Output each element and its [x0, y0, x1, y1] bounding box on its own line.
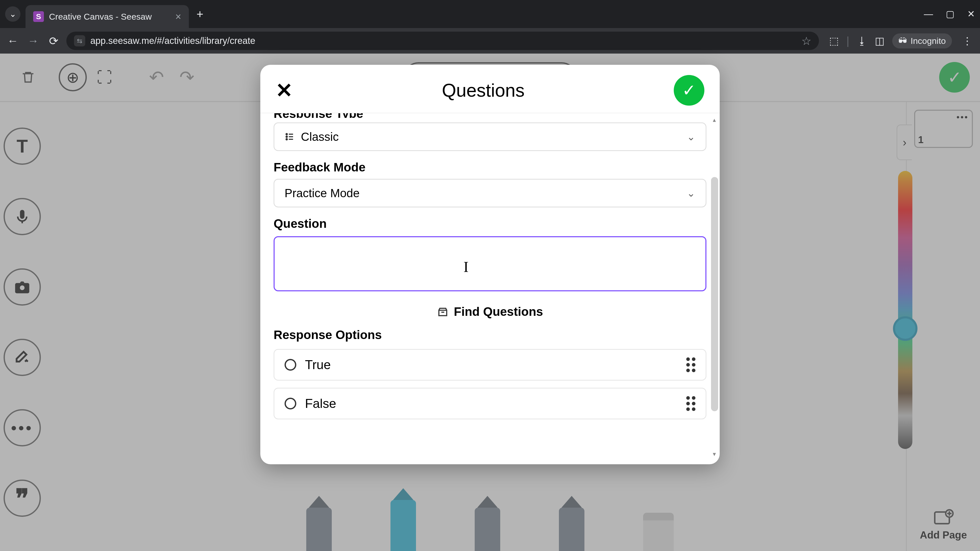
option-text: True	[305, 357, 331, 372]
response-option-row[interactable]: True	[274, 349, 706, 381]
browser-tab[interactable]: S Creative Canvas - Seesaw ×	[25, 5, 189, 28]
list-icon	[285, 132, 295, 142]
chevron-down-icon: ⌄	[687, 187, 695, 199]
chevron-down-icon: ⌄	[687, 131, 695, 143]
separator: |	[846, 35, 850, 47]
incognito-indicator[interactable]: 🕶 Incognito	[892, 33, 952, 48]
response-type-select[interactable]: Classic ⌄	[274, 122, 706, 151]
option-text: False	[305, 396, 336, 411]
side-panel-icon[interactable]: ◫	[875, 35, 885, 47]
incognito-label: Incognito	[911, 36, 946, 46]
find-questions-label: Find Questions	[454, 305, 543, 319]
minimize-icon[interactable]: —	[924, 9, 933, 19]
shop-icon	[437, 306, 449, 318]
response-type-label: Response Type	[274, 113, 706, 118]
feedback-mode-value: Practice Mode	[285, 186, 360, 200]
scrollbar-thumb[interactable]	[711, 177, 718, 411]
svg-point-10	[286, 139, 287, 140]
radio-icon[interactable]	[285, 359, 296, 371]
feedback-mode-label: Feedback Mode	[274, 160, 706, 174]
incognito-icon: 🕶	[898, 36, 907, 46]
reload-button[interactable]: ⟳	[46, 33, 61, 48]
close-window-icon[interactable]: ✕	[967, 9, 975, 19]
forward-button[interactable]: →	[25, 33, 41, 48]
close-modal-button[interactable]: ✕	[275, 79, 293, 102]
modal-scrollbar[interactable]: ▴ ▾	[711, 116, 718, 458]
drag-handle-icon[interactable]	[686, 357, 695, 372]
maximize-icon[interactable]: ▢	[946, 9, 955, 19]
confirm-modal-button[interactable]: ✓	[674, 75, 704, 106]
questions-modal: ✕ Questions ✓ Response Type Classic ⌄ Fe…	[260, 65, 720, 464]
feedback-mode-select[interactable]: Practice Mode ⌄	[274, 179, 706, 207]
back-button[interactable]: ←	[5, 33, 21, 48]
scroll-up-icon[interactable]: ▴	[711, 116, 718, 124]
response-type-value: Classic	[301, 130, 339, 144]
tab-title: Creative Canvas - Seesaw	[49, 12, 170, 22]
bookmark-star-icon[interactable]: ☆	[801, 35, 811, 48]
seesaw-favicon: S	[33, 11, 44, 22]
question-input[interactable]	[274, 236, 706, 291]
close-tab-icon[interactable]: ×	[175, 11, 181, 22]
radio-icon[interactable]	[285, 398, 296, 410]
response-option-row[interactable]: False	[274, 388, 706, 419]
downloads-icon[interactable]: ⭳	[857, 35, 867, 47]
modal-title: Questions	[442, 80, 525, 101]
drag-handle-icon[interactable]	[686, 396, 695, 411]
url-text: app.seesaw.me/#/activities/library/creat…	[90, 35, 255, 46]
site-info-icon[interactable]: ⇆	[74, 35, 85, 46]
browser-menu-icon[interactable]: ⋮	[962, 35, 972, 47]
new-tab-button[interactable]: +	[197, 7, 204, 21]
address-bar[interactable]: ⇆ app.seesaw.me/#/activities/library/cre…	[66, 32, 819, 50]
scroll-down-icon[interactable]: ▾	[711, 451, 718, 458]
svg-point-6	[286, 134, 287, 135]
question-label: Question	[274, 217, 706, 230]
tab-search-dropdown[interactable]: ⌄	[5, 6, 21, 22]
find-questions-button[interactable]: Find Questions	[274, 305, 706, 319]
extensions-icon[interactable]: ⬚	[829, 35, 839, 47]
response-options-label: Response Options	[274, 328, 706, 342]
svg-point-8	[286, 136, 287, 138]
